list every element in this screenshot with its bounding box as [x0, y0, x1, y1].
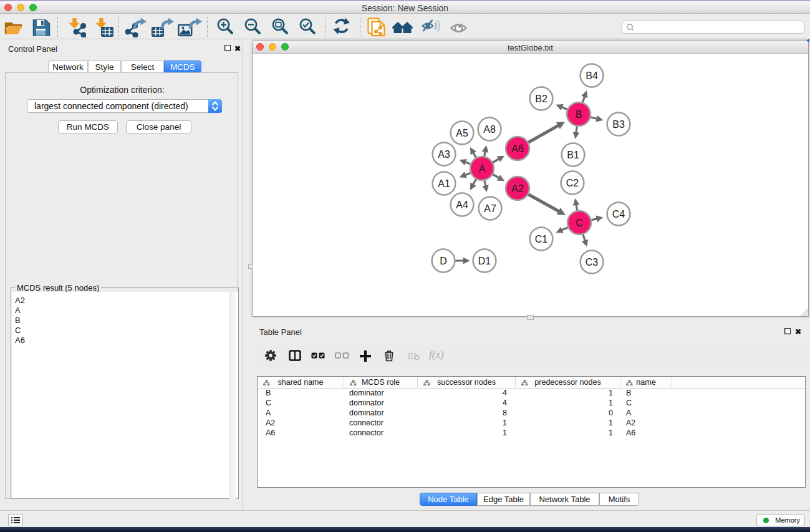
- svg-text:B1: B1: [567, 150, 579, 160]
- svg-text:A3: A3: [438, 149, 450, 160]
- svg-text:D: D: [440, 256, 447, 266]
- svg-text:A2: A2: [511, 183, 524, 194]
- svg-text:A4: A4: [456, 200, 468, 210]
- svg-text:C4: C4: [612, 209, 625, 220]
- svg-text:D1: D1: [478, 256, 491, 266]
- svg-text:A7: A7: [484, 203, 496, 214]
- svg-text:B3: B3: [612, 119, 625, 130]
- svg-text:C3: C3: [586, 257, 599, 268]
- svg-text:C1: C1: [535, 234, 548, 244]
- svg-text:A8: A8: [483, 124, 496, 135]
- svg-text:A5: A5: [456, 128, 468, 138]
- svg-text:B2: B2: [535, 94, 547, 104]
- svg-text:A1: A1: [438, 178, 450, 189]
- svg-text:C2: C2: [566, 178, 579, 188]
- svg-text:A6: A6: [511, 143, 524, 154]
- svg-text:B: B: [576, 109, 582, 120]
- svg-text:A: A: [479, 163, 486, 174]
- svg-text:C: C: [576, 218, 583, 228]
- svg-text:B4: B4: [586, 70, 598, 81]
